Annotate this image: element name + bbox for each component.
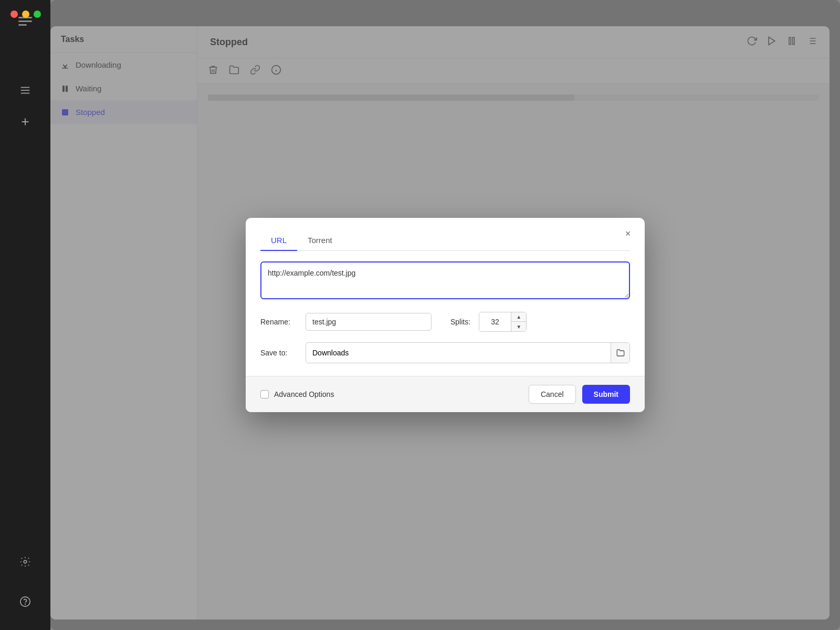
form-row-saveto: Save to: [260,342,630,363]
splits-input[interactable] [479,313,511,330]
svg-rect-1 [18,20,32,22]
svg-point-9 [20,597,30,606]
rename-input[interactable] [306,313,432,331]
url-input[interactable] [260,261,630,299]
svg-rect-2 [18,24,27,26]
traffic-lights [10,10,41,18]
modal-close-button[interactable]: × [621,226,635,241]
modal-footer: Advanced Options Cancel Submit [246,376,645,412]
saveto-input[interactable] [306,344,611,361]
submit-button[interactable]: Submit [582,385,630,404]
sidebar-settings-icon[interactable] [13,549,38,574]
sidebar-menu-icon[interactable] [13,78,38,103]
svg-point-10 [25,604,26,604]
splits-decrement-button[interactable]: ▼ [511,322,526,331]
splits-label: Splits: [450,318,470,326]
rename-label: Rename: [260,318,297,326]
splits-increment-button[interactable]: ▲ [511,312,526,322]
modal-tabs: URL Torrent [260,230,630,251]
saveto-browse-button[interactable] [611,343,629,363]
tab-url[interactable]: URL [260,230,297,251]
saveto-wrapper [306,342,630,363]
main-area: Tasks Downloading Waiting [50,0,840,630]
modal-body: URL Torrent Rename: Splits: ▲ [246,218,645,376]
modal-dialog: × URL Torrent Rename: Splits: [246,218,645,412]
advanced-options-checkbox[interactable] [260,390,269,398]
close-button[interactable] [10,10,18,18]
content-panel: Tasks Downloading Waiting [50,26,830,620]
modal-overlay: × URL Torrent Rename: Splits: [50,26,830,620]
sidebar-bottom [13,546,38,617]
maximize-button[interactable] [34,10,41,18]
splits-arrows: ▲ ▼ [511,312,526,331]
cancel-button[interactable]: Cancel [529,385,576,404]
advanced-options-toggle[interactable]: Advanced Options [260,390,334,398]
sidebar-add-icon[interactable] [13,109,38,134]
svg-point-8 [24,560,27,563]
sidebar [0,0,50,630]
advanced-options-label: Advanced Options [274,390,334,398]
folder-open-icon [616,349,625,357]
footer-buttons: Cancel Submit [529,385,630,404]
saveto-label: Save to: [260,349,297,357]
form-row-rename: Rename: Splits: ▲ ▼ [260,312,630,332]
minimize-button[interactable] [22,10,29,18]
splits-wrapper: ▲ ▼ [479,312,527,332]
sidebar-help-icon[interactable] [13,589,38,614]
tab-torrent[interactable]: Torrent [297,230,343,251]
